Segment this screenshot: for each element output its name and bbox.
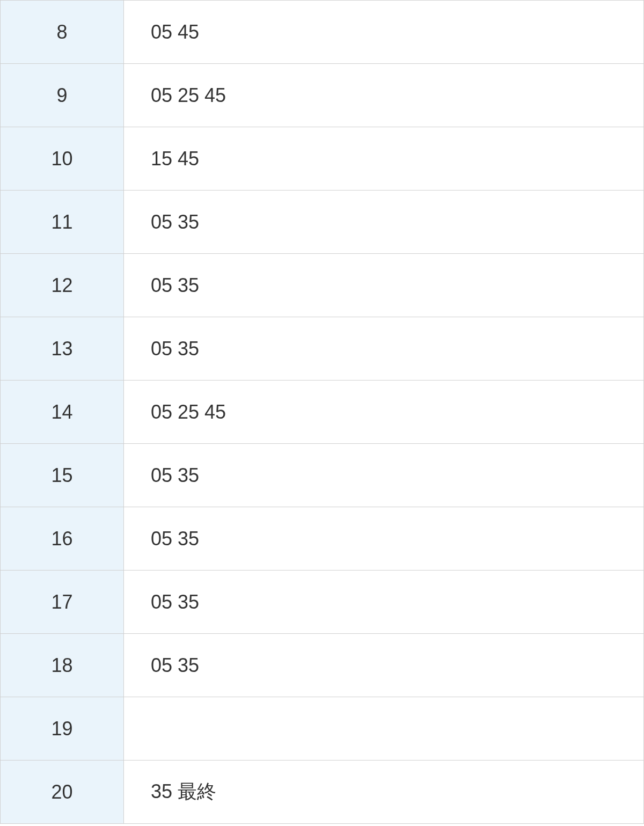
table-row: 18 05 35	[1, 634, 644, 697]
timetable-body: 8 05 45 9 05 25 45 10 15 45 11 05 35 12 …	[1, 1, 644, 824]
minute-cell: 05 35	[124, 254, 644, 317]
minute-cell: 05 25 45	[124, 64, 644, 127]
minute-cell: 05 35	[124, 571, 644, 634]
minute-cell: 05 35	[124, 444, 644, 507]
hour-cell: 20	[1, 761, 124, 824]
table-row: 11 05 35	[1, 191, 644, 254]
table-row: 13 05 35	[1, 317, 644, 381]
minute-cell: 35 最終	[124, 761, 644, 824]
table-row: 17 05 35	[1, 571, 644, 634]
hour-cell: 16	[1, 507, 124, 571]
table-row: 9 05 25 45	[1, 64, 644, 127]
hour-cell: 13	[1, 317, 124, 381]
minute-cell	[124, 697, 644, 761]
hour-cell: 18	[1, 634, 124, 697]
minute-cell: 05 35	[124, 507, 644, 571]
table-row: 16 05 35	[1, 507, 644, 571]
hour-cell: 11	[1, 191, 124, 254]
table-row: 19	[1, 697, 644, 761]
table-row: 14 05 25 45	[1, 381, 644, 444]
table-row: 15 05 35	[1, 444, 644, 507]
minute-cell: 05 25 45	[124, 381, 644, 444]
hour-cell: 12	[1, 254, 124, 317]
timetable: 8 05 45 9 05 25 45 10 15 45 11 05 35 12 …	[0, 0, 644, 824]
minute-cell: 05 45	[124, 1, 644, 64]
hour-cell: 8	[1, 1, 124, 64]
minute-cell: 05 35	[124, 191, 644, 254]
table-row: 20 35 最終	[1, 761, 644, 824]
table-row: 8 05 45	[1, 1, 644, 64]
table-row: 12 05 35	[1, 254, 644, 317]
table-row: 10 15 45	[1, 127, 644, 191]
minute-cell: 05 35	[124, 634, 644, 697]
hour-cell: 10	[1, 127, 124, 191]
hour-cell: 15	[1, 444, 124, 507]
minute-cell: 15 45	[124, 127, 644, 191]
hour-cell: 17	[1, 571, 124, 634]
hour-cell: 19	[1, 697, 124, 761]
minute-cell: 05 35	[124, 317, 644, 381]
hour-cell: 9	[1, 64, 124, 127]
hour-cell: 14	[1, 381, 124, 444]
